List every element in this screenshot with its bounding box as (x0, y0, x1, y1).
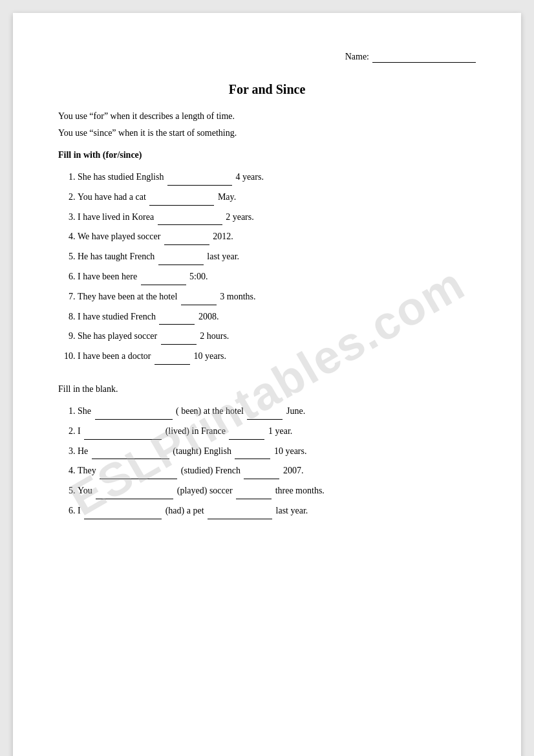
blank (92, 444, 169, 460)
blank (149, 189, 214, 206)
worksheet-page: ESLPrintables.com Name: For and Since Yo… (13, 13, 521, 756)
blank (95, 404, 173, 420)
blank (141, 269, 186, 285)
blank (181, 289, 217, 305)
instruction-2: You use “since” when it is the start of … (58, 128, 476, 138)
blank (158, 210, 222, 226)
blank (158, 249, 204, 265)
list-item: She has studied English 4 years. (78, 169, 476, 186)
verb-hint: (lived) (166, 426, 189, 436)
verb-hint: (studied) (181, 466, 213, 475)
verb-hint: (taught) (173, 446, 201, 456)
blank (236, 483, 272, 499)
blank (159, 309, 195, 325)
list-item: They (studied) French 2007. (78, 463, 476, 479)
section2-list: She ( been) at the hotel June. I (lived)… (78, 404, 476, 519)
list-item: I (lived) in France 1 year. (78, 424, 476, 440)
list-item: He has taught French last year. (78, 249, 476, 265)
blank (161, 329, 197, 345)
name-line: Name: (58, 52, 476, 63)
list-item: I (had) a pet last year. (78, 503, 476, 519)
instruction-1: You use “for” when it describes a length… (58, 111, 476, 122)
list-item: She has played soccer 2 hours. (78, 329, 476, 345)
blank (100, 463, 177, 479)
list-item: She ( been) at the hotel June. (78, 404, 476, 420)
name-label: Name: (345, 52, 369, 63)
list-item: We have played soccer 2012. (78, 229, 476, 245)
section1-list: She has studied English 4 years. You hav… (78, 169, 476, 365)
section2-heading: Fill in the blank. (58, 384, 476, 394)
verb-hint: (had) (166, 506, 185, 515)
blank (208, 503, 272, 519)
list-item: I have been here 5:00. (78, 269, 476, 285)
blank (96, 483, 173, 499)
verb-hint: (played) (177, 486, 208, 495)
page-title: For and Since (58, 82, 476, 97)
list-item: I have been a doctor 10 years. (78, 349, 476, 365)
list-item: He (taught) English 10 years. (78, 444, 476, 460)
list-item: You have had a cat May. (78, 189, 476, 206)
list-item: I have studied French 2008. (78, 309, 476, 325)
verb-hint: ( been) (176, 406, 201, 416)
blank (84, 424, 162, 440)
blank (84, 503, 162, 519)
blank (155, 349, 190, 365)
blank (164, 229, 209, 245)
blank (229, 424, 264, 440)
blank (167, 169, 232, 186)
list-item: They have been at the hotel 3 months. (78, 289, 476, 305)
blank (235, 444, 270, 460)
list-item: You (played) soccer three months. (78, 483, 476, 499)
blank (247, 404, 283, 420)
list-item: I have lived in Korea 2 years. (78, 210, 476, 226)
blank (244, 463, 279, 479)
name-underline (372, 52, 476, 63)
section1-heading: Fill in with (for/since) (58, 150, 476, 160)
